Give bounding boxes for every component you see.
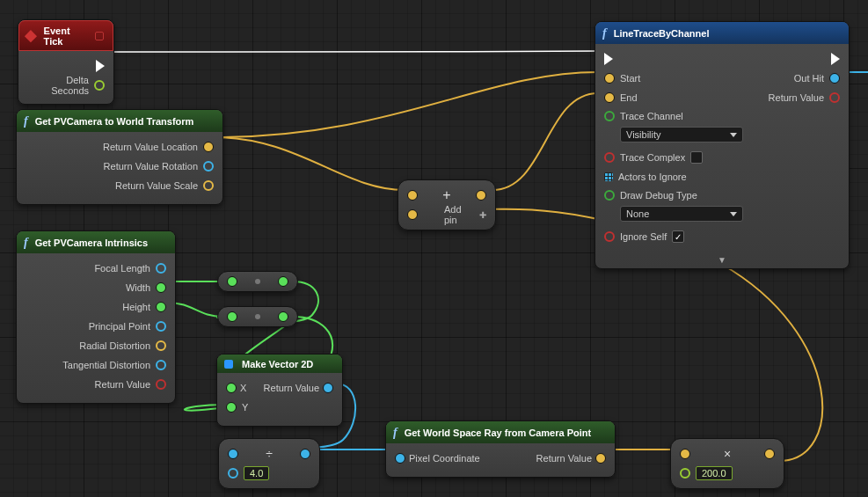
div-in2-pin[interactable]	[228, 468, 238, 479]
td-pin[interactable]	[156, 360, 166, 370]
mul-in1-pin[interactable]	[680, 449, 690, 459]
makevec-header: Make Vector 2D	[217, 354, 342, 373]
rot-pin[interactable]	[203, 161, 214, 172]
trace-complex-pin[interactable]	[604, 152, 615, 163]
convert-dot-icon	[255, 314, 260, 319]
node-get-world-ray[interactable]: f Get World Space Ray from Camera Point …	[385, 420, 616, 478]
event-icon	[25, 30, 37, 42]
is-label: Ignore Self	[620, 231, 667, 242]
intrinsics-header: f Get PVCamera Intrinsics	[17, 231, 175, 253]
y-label: Y	[242, 402, 248, 413]
ignore-self-checkbox[interactable]: ✓	[672, 230, 684, 243]
pvcamera-transform-header: f Get PVCamera to World Transform	[17, 110, 222, 132]
draw-debug-pin[interactable]	[604, 190, 615, 201]
worldray-header: f Get World Space Ray from Camera Point	[386, 421, 615, 443]
multiply-icon: ×	[724, 447, 731, 461]
start-pin[interactable]	[604, 73, 615, 84]
x-pin[interactable]	[226, 383, 237, 393]
delta-seconds-pin[interactable]	[94, 80, 105, 91]
trace-channel-dropdown[interactable]: Visibility	[620, 127, 743, 143]
linetrace-title: LineTraceByChannel	[614, 28, 710, 39]
w-label: Width	[126, 282, 150, 293]
end-label: End	[620, 92, 638, 103]
node-get-pvcamera-transform[interactable]: f Get PVCamera to World Transform Return…	[16, 109, 223, 205]
h-pin[interactable]	[156, 302, 166, 312]
add-out-pin[interactable]	[476, 190, 486, 201]
dd-label: Draw Debug Type	[620, 190, 697, 201]
function-icon: f	[24, 236, 28, 250]
pp-label: Principal Point	[89, 321, 150, 332]
tc-label: Trace Channel	[620, 111, 683, 121]
div-in1-pin[interactable]	[228, 449, 238, 459]
add-in1-pin[interactable]	[407, 190, 418, 201]
linetrace-header: f LineTraceByChannel	[595, 22, 849, 44]
div-out-pin[interactable]	[300, 449, 310, 459]
div-value[interactable]: 4.0	[244, 466, 269, 480]
intrinsics-title: Get PVCamera Intrinsics	[35, 238, 148, 248]
rv-pin[interactable]	[156, 379, 166, 390]
node-multiply[interactable]: × 200.0	[670, 438, 784, 489]
f2f2-out-pin[interactable]	[278, 311, 288, 322]
worldray-title: Get World Space Ray from Camera Point	[405, 428, 592, 438]
h-label: Height	[122, 302, 150, 312]
loc-pin[interactable]	[203, 142, 214, 152]
mul-in2-pin[interactable]	[680, 468, 690, 479]
node-make-vector2d[interactable]: Make Vector 2D X Return Value Y	[216, 354, 343, 427]
node-get-pvcamera-intrinsics[interactable]: f Get PVCamera Intrinsics Focal Length W…	[16, 230, 176, 404]
w-pin[interactable]	[156, 282, 166, 293]
expand-arrow-icon[interactable]: ▼	[595, 255, 849, 268]
node-float-to-float-2[interactable]	[217, 306, 298, 327]
td-label: Tangential Distortion	[62, 360, 150, 370]
ignore-self-pin[interactable]	[604, 231, 615, 242]
add-pin-label[interactable]: Add pin	[444, 204, 486, 225]
node-divide[interactable]: ÷ 4.0	[218, 438, 320, 489]
pixel-pin[interactable]	[395, 453, 405, 464]
x-label: X	[240, 383, 246, 393]
outhit-label: Out Hit	[794, 73, 824, 84]
wr-rv-label: Return Value	[536, 453, 592, 464]
fl-label: Focal Length	[94, 263, 150, 274]
loc-label: Return Value Location	[103, 142, 198, 152]
pixel-label: Pixel Coordinate	[409, 453, 480, 464]
f2f1-out-pin[interactable]	[278, 276, 288, 287]
trace-channel-pin[interactable]	[604, 111, 615, 121]
lt-exec-in[interactable]	[604, 53, 613, 65]
node-line-trace[interactable]: f LineTraceByChannel Start Out Hit End R…	[594, 21, 850, 269]
mul-value[interactable]: 200.0	[696, 466, 733, 480]
outhit-pin[interactable]	[829, 73, 840, 84]
y-pin[interactable]	[226, 402, 237, 413]
lt-rv-pin[interactable]	[829, 92, 840, 103]
pp-pin[interactable]	[156, 321, 166, 332]
add-in2-pin[interactable]	[407, 209, 418, 220]
f2f2-in-pin[interactable]	[227, 311, 237, 322]
convert-dot-icon	[255, 279, 260, 284]
plus-icon: +	[442, 187, 450, 203]
draw-debug-dropdown[interactable]: None	[620, 206, 743, 222]
wr-rv-pin[interactable]	[595, 453, 606, 464]
pvcamera-transform-title: Get PVCamera to World Transform	[35, 116, 194, 127]
event-tick-header: Event Tick	[18, 20, 113, 51]
delta-seconds-label: Delta Seconds	[27, 75, 89, 96]
function-icon: f	[24, 114, 28, 128]
event-tick-title: Event Tick	[44, 26, 91, 47]
node-event-tick[interactable]: Event Tick Delta Seconds	[18, 19, 114, 105]
node-add[interactable]: + Add pin	[398, 179, 496, 230]
rot-label: Return Value Rotation	[104, 161, 198, 172]
actors-ignore-pin[interactable]	[604, 172, 613, 181]
ati-label: Actors to Ignore	[618, 172, 687, 182]
rd-label: Radial Distortion	[79, 340, 150, 351]
function-icon: f	[602, 26, 607, 40]
f2f1-in-pin[interactable]	[227, 276, 237, 287]
lt-exec-out[interactable]	[831, 53, 840, 65]
scale-label: Return Value Scale	[115, 180, 198, 191]
exec-out-pin[interactable]	[96, 60, 105, 72]
trace-complex-checkbox[interactable]	[690, 151, 703, 164]
tcx-label: Trace Complex	[620, 152, 685, 163]
mul-out-pin[interactable]	[764, 449, 775, 459]
end-pin[interactable]	[604, 92, 615, 103]
mv-rv-pin[interactable]	[323, 383, 333, 393]
scale-pin[interactable]	[203, 180, 214, 191]
rd-pin[interactable]	[156, 340, 166, 351]
node-float-to-float-1[interactable]	[217, 271, 298, 292]
fl-pin[interactable]	[156, 263, 166, 274]
